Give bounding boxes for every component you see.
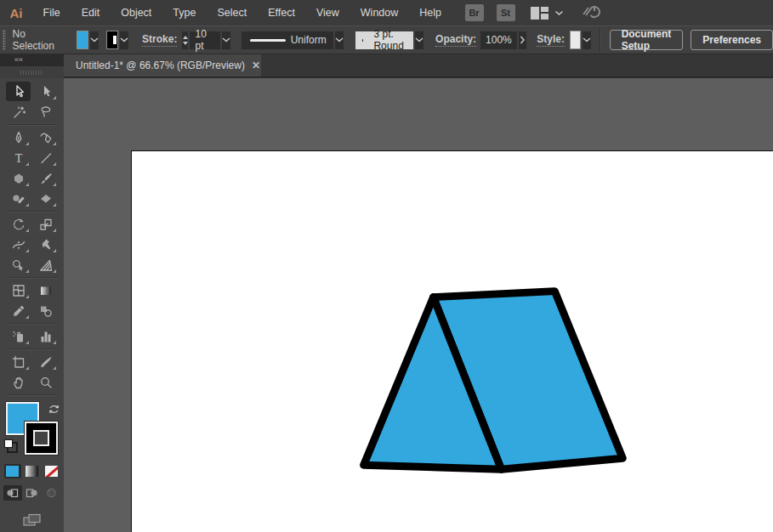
opacity-label[interactable]: Opacity: bbox=[435, 33, 476, 47]
tool-zoom[interactable] bbox=[33, 372, 58, 392]
draw-mode-buttons bbox=[0, 485, 64, 501]
style-swatch[interactable] bbox=[570, 31, 581, 49]
illustrator-window: Ai File Edit Object Type Select Effect V… bbox=[0, 0, 773, 532]
menu-object[interactable]: Object bbox=[111, 0, 162, 25]
tool-column-graph[interactable] bbox=[33, 326, 58, 346]
control-bar-grip[interactable] bbox=[3, 30, 6, 50]
menu-view[interactable]: View bbox=[305, 0, 350, 25]
gradient-mode-button[interactable] bbox=[24, 464, 41, 478]
document-setup-button[interactable]: Document Setup bbox=[610, 30, 684, 50]
svg-text:T: T bbox=[14, 152, 22, 165]
width-profile-dropdown[interactable]: Uniform bbox=[242, 31, 333, 49]
workspace-switcher-icon[interactable] bbox=[531, 7, 549, 20]
tool-hand[interactable] bbox=[6, 372, 31, 392]
bridge-button[interactable]: Br bbox=[465, 4, 484, 21]
tool-lasso[interactable] bbox=[33, 102, 58, 122]
tool-line-segment[interactable] bbox=[33, 148, 58, 167]
document-tab-bar: Untitled-1* @ 66.67% (RGB/Preview) ✕ bbox=[64, 54, 773, 78]
canvas-pasteboard[interactable] bbox=[64, 78, 773, 532]
tool-shaper[interactable] bbox=[6, 189, 31, 208]
style-chevron-down-icon[interactable] bbox=[583, 31, 591, 49]
fill-color-chevron-down-icon[interactable] bbox=[90, 31, 99, 49]
menu-select[interactable]: Select bbox=[207, 0, 258, 25]
toolbar-collapse-button[interactable]: «« bbox=[0, 54, 64, 66]
tool-artboard[interactable] bbox=[6, 352, 31, 371]
menu-window[interactable]: Window bbox=[350, 0, 408, 25]
tool-scale[interactable] bbox=[33, 214, 58, 234]
default-fill-stroke-icon[interactable] bbox=[4, 439, 18, 453]
menu-help[interactable]: Help bbox=[409, 0, 452, 25]
stroke-weight-value[interactable]: 10 pt bbox=[190, 31, 219, 49]
tool-pen[interactable] bbox=[6, 127, 31, 147]
swap-fill-stroke-icon[interactable] bbox=[48, 403, 60, 418]
brush-chevron-down-icon[interactable] bbox=[415, 31, 423, 49]
tab-row: «« Untitled-1* @ 66.67% (RGB/Preview) ✕ bbox=[0, 54, 773, 78]
preferences-button[interactable]: Preferences bbox=[691, 30, 773, 50]
paint-mode-buttons bbox=[0, 464, 64, 478]
toolbar-drag-grip[interactable] bbox=[0, 66, 64, 78]
tool-width[interactable] bbox=[6, 235, 31, 254]
screen-mode-button[interactable] bbox=[0, 512, 64, 528]
selection-status: No Selection bbox=[13, 28, 54, 52]
stroke-weight-chevron-down-icon[interactable] bbox=[222, 31, 230, 49]
draw-behind-button[interactable] bbox=[23, 485, 42, 501]
color-mode-button[interactable] bbox=[4, 464, 21, 478]
tool-rotate[interactable] bbox=[6, 214, 31, 234]
none-mode-swatch bbox=[45, 466, 58, 477]
menu-effect[interactable]: Effect bbox=[258, 0, 306, 25]
tool-curvature[interactable] bbox=[33, 127, 58, 147]
cc-sync-icon[interactable] bbox=[581, 3, 603, 22]
gradient-mode-swatch bbox=[26, 466, 38, 477]
artboard-shape-svg bbox=[132, 151, 773, 532]
tool-mesh[interactable] bbox=[6, 280, 31, 300]
menu-edit[interactable]: Edit bbox=[71, 0, 111, 25]
tool-gradient[interactable] bbox=[33, 280, 58, 300]
stroke-weight-label[interactable]: Stroke: bbox=[142, 33, 177, 47]
stroke-color-chevron-down-icon[interactable] bbox=[120, 31, 128, 49]
stroke-color-swatch[interactable] bbox=[106, 31, 118, 49]
none-mode-button[interactable] bbox=[43, 464, 60, 478]
toolbar-panel-header: «« bbox=[0, 54, 64, 78]
width-profile-preview bbox=[250, 39, 286, 42]
opacity-value[interactable]: 100% bbox=[480, 31, 517, 49]
brush-preview-dot bbox=[362, 39, 364, 42]
app-logo: Ai bbox=[0, 6, 32, 20]
stroke-indicator[interactable] bbox=[25, 422, 58, 455]
tool-type[interactable]: T bbox=[6, 148, 31, 167]
tool-selection[interactable] bbox=[6, 82, 31, 101]
menu-bar: Ai File Edit Object Type Select Effect V… bbox=[0, 0, 773, 25]
control-bar: No Selection Stroke: 10 pt Uniform 3 pt.… bbox=[0, 25, 773, 54]
tool-direct-selection[interactable] bbox=[33, 82, 58, 101]
fill-color-swatch[interactable] bbox=[77, 31, 88, 49]
fill-stroke-block bbox=[0, 402, 64, 456]
draw-normal-button[interactable] bbox=[3, 485, 22, 501]
tab-close-icon[interactable]: ✕ bbox=[252, 59, 260, 71]
brush-dropdown[interactable]: 3 pt. Round bbox=[355, 31, 413, 49]
main-area: T bbox=[0, 78, 773, 532]
document-tab-title: Untitled-1* @ 66.67% (RGB/Preview) bbox=[76, 59, 245, 71]
tool-paintbrush[interactable] bbox=[33, 168, 58, 188]
draw-inside-button[interactable] bbox=[43, 485, 61, 501]
document-tab[interactable]: Untitled-1* @ 66.67% (RGB/Preview) ✕ bbox=[64, 54, 261, 76]
tool-blend[interactable] bbox=[33, 301, 58, 320]
tool-symbol-sprayer[interactable] bbox=[6, 326, 31, 346]
artboard[interactable] bbox=[131, 150, 773, 532]
tool-perspective-grid[interactable] bbox=[33, 255, 58, 274]
stock-button[interactable]: St bbox=[497, 4, 515, 21]
workspace-chevron-down-icon[interactable] bbox=[554, 10, 564, 16]
opacity-chevron-right-icon[interactable] bbox=[519, 31, 527, 49]
tool-slice[interactable] bbox=[33, 352, 58, 371]
tool-magic-wand[interactable] bbox=[6, 102, 31, 122]
tool-eraser[interactable] bbox=[33, 189, 58, 208]
stroke-weight-stepper[interactable] bbox=[182, 31, 188, 49]
tool-polygon-shape[interactable] bbox=[6, 168, 31, 188]
width-profile-chevron-down-icon[interactable] bbox=[335, 31, 344, 49]
tool-puppet-warp[interactable] bbox=[33, 235, 58, 254]
tool-shape-builder[interactable] bbox=[6, 255, 31, 274]
menu-file[interactable]: File bbox=[32, 0, 71, 25]
tools-panel: T bbox=[0, 78, 64, 532]
tool-eyedropper[interactable] bbox=[6, 301, 31, 320]
control-bar-divider bbox=[600, 29, 601, 51]
menu-type[interactable]: Type bbox=[162, 0, 207, 25]
style-label[interactable]: Style: bbox=[537, 33, 565, 47]
